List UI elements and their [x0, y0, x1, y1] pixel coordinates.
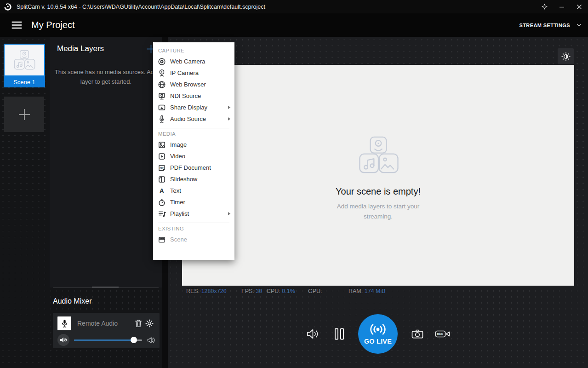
timer-icon — [157, 198, 166, 207]
speaker-muted-icon — [60, 337, 67, 343]
plus-icon — [17, 108, 31, 121]
speaker-icon — [306, 328, 319, 340]
media-placeholder-icon — [352, 136, 405, 175]
audio-source-settings-button[interactable] — [144, 318, 155, 329]
stream-settings-dropdown[interactable]: STREAM SETTINGS — [519, 23, 582, 28]
scene1-preview — [4, 44, 45, 76]
submenu-arrow-icon — [228, 212, 231, 216]
empty-scene-title: Your scene is empty! — [336, 186, 421, 197]
trash-icon — [135, 319, 142, 328]
brightness-icon — [561, 52, 571, 61]
media-layers-panel: Media Layers This scene has no media sou… — [50, 37, 162, 288]
empty-scene-subtitle: Add media layers to start your streaming… — [337, 201, 420, 222]
volume-slider-knob[interactable] — [131, 337, 137, 343]
menu-item-timer[interactable]: Timer — [153, 196, 234, 208]
svg-text:REC: REC — [437, 332, 444, 335]
menu-item-web-browser[interactable]: Web Browser — [153, 79, 234, 90]
audio-mixer-card: Remote Audio — [53, 313, 160, 348]
menu-divider — [158, 223, 229, 223]
webcam-icon — [157, 58, 166, 66]
snapshot-button[interactable] — [411, 328, 424, 339]
add-scene-button[interactable] — [4, 97, 44, 132]
app-header: My Project STREAM SETTINGS — [0, 13, 588, 37]
text-icon: A — [157, 187, 166, 195]
volume-slider-fill — [74, 339, 134, 341]
panel-splitter-horizontal[interactable] — [53, 288, 159, 288]
status-fps: FPS: 30 — [241, 288, 262, 294]
microphone-icon — [157, 115, 166, 123]
audio-source-name: Remote Audio — [77, 320, 133, 327]
scene-icon — [157, 236, 166, 244]
menu-item-ndi-source[interactable]: NDI Source — [153, 90, 234, 102]
rec-icon: REC — [435, 329, 451, 339]
stream-settings-label: STREAM SETTINGS — [519, 23, 570, 28]
video-icon — [157, 152, 166, 161]
chevron-down-icon — [577, 23, 582, 27]
close-button[interactable] — [571, 0, 588, 13]
window-title: SplitCam v. 10.6.54 x64 - C:\Users\WDAGU… — [17, 4, 265, 10]
content-area: Scene 1 Media Layers This scene has no m… — [0, 37, 588, 368]
delete-audio-source-button[interactable] — [133, 318, 144, 329]
image-icon — [157, 141, 166, 149]
menu-item-text[interactable]: A Text — [153, 185, 234, 196]
minimize-button[interactable] — [553, 0, 571, 13]
media-placeholder-icon — [10, 50, 39, 71]
globe-icon — [157, 80, 166, 89]
pause-icon — [334, 328, 344, 340]
menu-section-capture: CAPTURE — [158, 48, 234, 53]
ndi-source-icon — [157, 92, 166, 100]
main-menu-button[interactable] — [7, 17, 26, 33]
playlist-icon — [157, 210, 166, 218]
microphone-icon — [61, 319, 69, 328]
scene1-label: Scene 1 — [4, 76, 45, 87]
audio-output-button[interactable] — [306, 327, 320, 341]
menu-item-pdf-document[interactable]: PDF PDF Document — [153, 162, 234, 173]
gear-icon — [145, 319, 154, 328]
audio-source-type-badge — [57, 316, 71, 330]
project-title: My Project — [31, 20, 74, 30]
menu-item-image[interactable]: Image — [153, 139, 234, 150]
svg-text:PDF: PDF — [160, 167, 164, 169]
record-button[interactable]: REC — [434, 329, 451, 339]
ip-camera-icon — [157, 69, 166, 77]
volume-slider[interactable] — [74, 339, 142, 341]
menu-section-existing: EXISTING — [158, 226, 234, 231]
status-bar: RES: 1280x720 FPS: 30 CPU: 0.1% GPU: RAM… — [168, 288, 588, 295]
menu-divider — [158, 128, 229, 128]
splitcam-logo-icon — [4, 3, 12, 11]
menu-item-ip-camera[interactable]: IP Camera — [153, 67, 234, 79]
svg-text:A: A — [159, 187, 164, 194]
scene-thumbnail-scene1[interactable]: Scene 1 — [4, 44, 45, 87]
pdf-icon: PDF — [157, 164, 166, 172]
broadcast-icon — [369, 323, 387, 335]
scene-canvas[interactable]: Your scene is empty! Add media layers to… — [182, 65, 574, 286]
go-live-label: GO LIVE — [364, 338, 392, 345]
slideshow-icon — [157, 175, 166, 184]
status-ram: RAM: 174 MiB — [348, 288, 386, 294]
pause-button[interactable] — [333, 328, 345, 340]
add-layer-menu: CAPTURE Web Camera IP Camera Web Browser — [153, 42, 234, 260]
status-resolution: RES: 1280x720 — [186, 288, 227, 294]
menu-section-media: MEDIA — [158, 131, 234, 137]
menu-item-video[interactable]: Video — [153, 150, 234, 162]
menu-item-audio-source[interactable]: Audio Source — [153, 113, 234, 125]
audio-mixer-title: Audio Mixer — [53, 297, 91, 305]
menu-item-slideshow[interactable]: Slideshow — [153, 173, 234, 185]
share-display-icon — [157, 104, 166, 112]
title-bar: SplitCam v. 10.6.54 x64 - C:\Users\WDAGU… — [0, 0, 588, 13]
brightness-button[interactable] — [558, 48, 574, 64]
menu-item-playlist[interactable]: Playlist — [153, 208, 234, 219]
menu-item-web-camera[interactable]: Web Camera — [153, 56, 234, 67]
menu-item-share-display[interactable]: Share Display — [153, 102, 234, 113]
camera-icon — [411, 329, 423, 339]
submenu-arrow-icon — [228, 117, 231, 121]
go-live-button[interactable]: GO LIVE — [358, 314, 398, 354]
status-gpu: GPU: — [308, 288, 322, 294]
splitter-handle — [92, 287, 119, 288]
status-cpu: CPU: 0.1% — [267, 288, 295, 294]
pin-on-top-button[interactable] — [536, 0, 553, 13]
media-layers-title: Media Layers — [57, 44, 104, 53]
submenu-arrow-icon — [228, 105, 231, 109]
mute-button[interactable] — [57, 334, 69, 346]
menu-item-scene[interactable]: Scene — [153, 234, 234, 245]
